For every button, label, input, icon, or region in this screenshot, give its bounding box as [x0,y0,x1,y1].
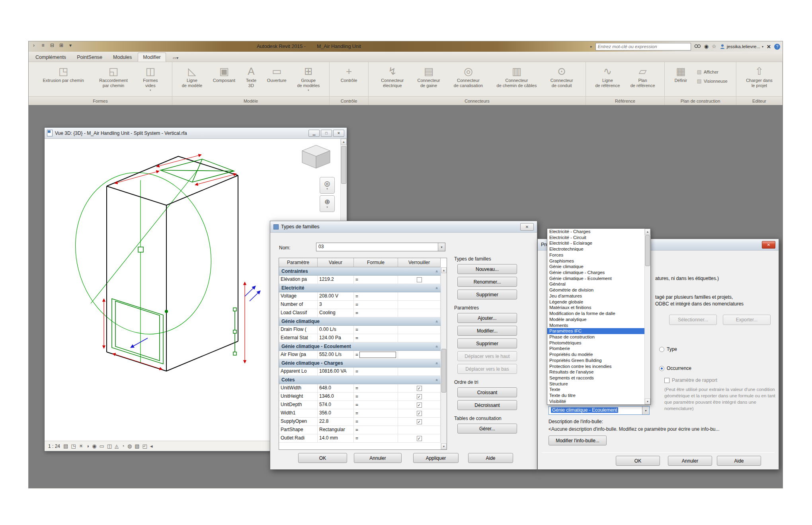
param-formula-cell[interactable]: = [354,334,398,342]
category-item-legende-globale[interactable]: Légende globale [547,299,644,305]
category-item-graphismes[interactable]: Graphismes [547,258,644,264]
scroll-thumb[interactable] [341,146,346,184]
reveal-hidden-icon[interactable]: ◍ [127,443,132,449]
zoom-button[interactable]: ⊕ ▾ [320,195,335,212]
ribbon-tool-connecteur-de-canalisation[interactable]: ◎Connecteurde canalisation [453,64,484,89]
signed-in-user[interactable]: jessika.lelievre... ▾ [720,44,763,49]
ribbon-tool-visionneuse[interactable]: ▨Visionneuse [697,78,728,84]
button-renommer[interactable]: Renommer... [457,277,517,287]
param-value-cell[interactable]: 208.00 V [318,292,354,300]
ribbon-tool-formes-vides[interactable]: ◫Formesvides▾ [142,64,159,94]
param-value-cell[interactable]: 1346.0 [318,393,354,401]
category-item-moments[interactable]: Moments [547,323,644,329]
steering-wheel-button[interactable]: ◎ ▾ [320,177,335,194]
category-item-phase-de-construction[interactable]: Phase de construction [547,334,644,340]
param-value-cell[interactable]: 1219.2 [318,276,354,284]
lock-checkbox[interactable]: ✓ [417,436,422,441]
param-formula-cell[interactable]: = [354,393,398,401]
button-gerer[interactable]: Gérer... [457,424,517,434]
occurrence-radio[interactable]: Occurrence [659,366,691,371]
type-name-combo[interactable]: 03 ▾ [316,243,445,251]
collapse-chevron-icon[interactable]: « [435,270,439,272]
scroll-up-icon[interactable]: ▲ [441,267,447,273]
ribbon-tool-extrusion-par-chemin[interactable]: ◳Extrusion par chemin [41,64,85,84]
lock-view-icon[interactable]: ◬ [115,443,119,449]
collapse-chevron-icon[interactable]: « [435,287,439,289]
crop-view-icon[interactable]: ▭ [99,443,104,449]
button-croissant[interactable]: Croissant [457,387,517,397]
param-value-cell[interactable]: 648.0 [318,384,354,392]
collapse-chevron-icon[interactable]: « [435,362,439,364]
ribbon-tool-connecteur-de-conduit[interactable]: ⊙Connecteurde conduit [549,64,574,89]
combo-dropdown-icon[interactable]: ▾ [438,243,445,251]
button-decroissant[interactable]: Décroissant [457,400,517,410]
param-formula-cell[interactable]: = [354,368,398,375]
param-value-cell[interactable]: 124.00 Pa [318,334,354,342]
lock-checkbox[interactable]: ✓ [417,386,422,391]
table-scrollbar[interactable]: ▲ ▼ [441,267,447,449]
collapse-chevron-icon[interactable]: « [435,379,439,381]
close-button[interactable]: ✕ [333,130,344,137]
param-formula-cell[interactable]: = [354,326,398,334]
collapse-chevron-icon[interactable]: « [435,345,439,348]
param-formula-cell[interactable]: = [354,276,398,284]
category-item-modification-de-la-forme-de-dalle[interactable]: Modification de la forme de dalle [547,311,644,317]
ribbon-tool-controle[interactable]: +Contrôle [340,64,359,84]
section-header-row[interactable]: Génie climatique - Charges« [279,359,441,368]
scroll-down-icon[interactable]: ▼ [441,443,447,449]
hide-isolate-icon[interactable]: ◔ [121,443,125,449]
view-titlebar[interactable]: Vue 3D: {3D} - M_Air Handling Unit - Spl… [45,128,347,139]
param-formula-cell[interactable]: = [354,301,398,309]
param-formula-cell[interactable]: = [354,426,398,434]
category-item-genie-climatique-ecoulement[interactable]: Génie climatique - Ecoulement [547,276,644,282]
close-button[interactable]: ✕ [520,223,534,231]
column-header-parametre[interactable]: Paramètre [279,258,318,267]
category-item-jeu-d-armatures[interactable]: Jeu d'armatures [547,293,644,299]
lock-checkbox[interactable]: ✓ [417,411,422,416]
lock-checkbox[interactable]: ✓ [417,402,422,408]
binoculars-search-icon[interactable] [694,43,701,50]
param-value-cell[interactable]: Rectangular [318,426,354,434]
ribbon-tool-connecteur-de-gaine[interactable]: ▤Connecteurde gaine [416,64,441,89]
button-supprimer[interactable]: Supprimer [457,338,517,348]
panel-indicator-icon[interactable]: ▭▾ [170,54,181,62]
param-formula-cell[interactable]: = [354,292,398,300]
category-item-forces[interactable]: Forces [547,252,644,258]
type-radio[interactable]: Type [659,346,677,352]
section-header-row[interactable]: Génie climatique - Ecoulement« [279,342,441,351]
formula-edit-box[interactable] [359,352,396,358]
detail-level-icon[interactable]: ▤ [63,443,68,449]
param-value-cell[interactable]: 574.0 [318,401,354,409]
section-header-row[interactable]: Cotes« [279,376,441,384]
category-item-electricite-charges[interactable]: Electricité - Charges [547,229,644,235]
button-ajouter[interactable]: Ajouter... [457,313,517,323]
button-annuler[interactable]: Annuler [668,456,712,466]
button-annuler[interactable]: Annuler [354,453,402,463]
param-formula-cell[interactable]: = [354,409,398,417]
collapse-arrow-icon[interactable]: ◂ [150,443,153,449]
category-item-segments-et-raccords[interactable]: Segments et raccords [547,375,644,381]
exchange-apps-icon[interactable]: ✕ [767,44,771,50]
button-modifier[interactable]: Modifier... [457,326,517,336]
category-item-electricite-circuit[interactable]: Electricité - Circuit [547,235,644,241]
modify-list-icon[interactable]: ≡ [40,43,46,48]
category-item-texte[interactable]: Texte [547,387,644,393]
ribbon-tool-ligne-de-reference[interactable]: ∿Lignede référence [594,64,621,89]
menu-tab-modifier[interactable]: Modifier [138,52,166,62]
menu-tab-modules[interactable]: Modules [108,53,137,62]
menu-tab-complements[interactable]: Compléments [31,53,71,62]
param-value-cell[interactable]: Cooling [318,309,354,317]
column-header-formule[interactable]: Formule [354,258,398,267]
category-item-electricite-eclairage[interactable]: Electricité - Eclairage [547,240,644,246]
lock-checkbox[interactable]: ✓ [417,394,422,399]
category-item-plomberie[interactable]: Plomberie [547,346,644,352]
visual-style-icon[interactable]: ◳ [71,443,76,449]
ribbon-tool-ligne-de-modele[interactable]: ◺Lignede modèle [181,64,203,89]
ribbon-tool-plan-de-reference[interactable]: ▱Plande référence [629,64,656,89]
dialog-titlebar[interactable]: Types de familles ✕ [270,221,537,233]
search-input[interactable] [595,43,691,51]
column-header-verrouiller[interactable]: Verrouiller [398,258,441,267]
button-appliquer[interactable]: Appliquer [413,453,459,463]
button-ok[interactable]: OK [298,453,347,463]
ribbon-tool-definir[interactable]: ▦Définir [673,64,688,84]
